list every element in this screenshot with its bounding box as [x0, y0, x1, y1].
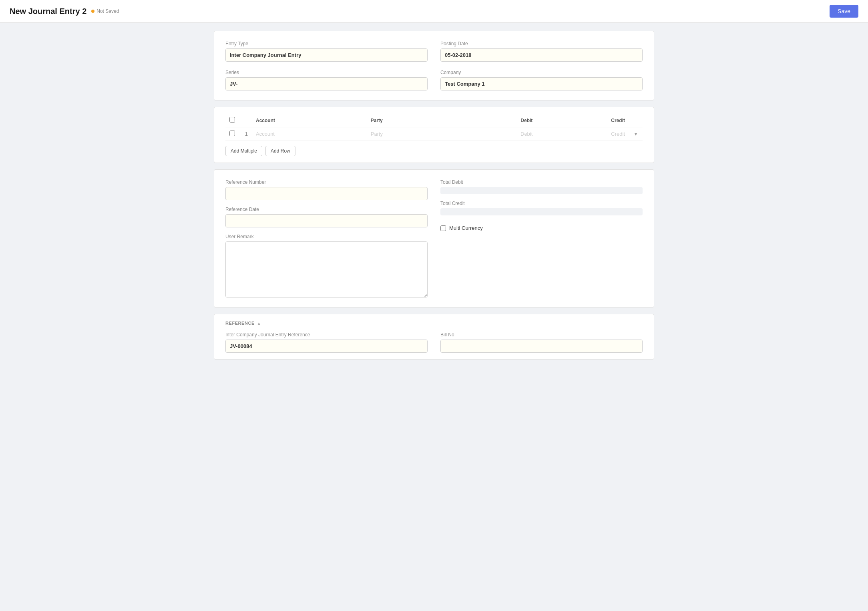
- main-content: Entry Type Posting Date Series Company: [214, 23, 654, 374]
- table-actions: Add Multiple Add Row: [225, 146, 643, 156]
- series-label: Series: [225, 70, 428, 75]
- form-grid-lower: Reference Number Reference Date User Rem…: [225, 179, 643, 297]
- reference-date-label: Reference Date: [225, 207, 428, 212]
- table-section: Account Party Debit Credit 1 Account Par…: [214, 107, 654, 163]
- form-section-lower: Reference Number Reference Date User Rem…: [214, 169, 654, 308]
- status-dot: [91, 10, 94, 13]
- row-party-cell[interactable]: Party: [367, 127, 452, 141]
- row-checkbox-cell: [225, 127, 239, 141]
- row-num-col: [239, 114, 252, 127]
- table-row: 1 Account Party Debit Credit ▾: [225, 127, 643, 141]
- total-debit-value: [440, 187, 643, 194]
- form-grid-top: Entry Type Posting Date Series Company: [225, 41, 643, 90]
- series-input[interactable]: [225, 77, 428, 90]
- user-remark-label: User Remark: [225, 234, 428, 239]
- reference-heading-chevron: ▲: [257, 321, 261, 326]
- reference-date-input[interactable]: [225, 214, 428, 227]
- reference-number-input[interactable]: [225, 187, 428, 200]
- row-expand-button[interactable]: ▾: [633, 131, 639, 137]
- bill-no-label: Bill No: [440, 332, 643, 338]
- row-number: 1: [239, 127, 252, 141]
- bill-no-field: Bill No: [440, 332, 643, 353]
- reference-number-field: Reference Number: [225, 179, 428, 200]
- inter-company-ref-field: Inter Company Journal Entry Reference: [225, 332, 428, 353]
- reference-date-field: Reference Date: [225, 207, 428, 227]
- accounts-table: Account Party Debit Credit 1 Account Par…: [225, 114, 643, 141]
- debit-col-header: Debit: [452, 114, 536, 127]
- status-badge: Not Saved: [91, 8, 119, 14]
- reference-section: REFERENCE ▲ Inter Company Journal Entry …: [214, 314, 654, 360]
- entry-type-field: Entry Type: [225, 41, 428, 62]
- table-header: Account Party Debit Credit: [225, 114, 643, 127]
- inter-company-ref-input[interactable]: [225, 340, 428, 353]
- user-remark-field: User Remark: [225, 234, 428, 297]
- total-credit-label: Total Credit: [440, 201, 643, 206]
- total-debit-field: Total Debit: [440, 179, 643, 194]
- page-header: New Journal Entry 2 Not Saved Save: [0, 0, 868, 23]
- lower-left-col: Reference Number Reference Date User Rem…: [225, 179, 428, 297]
- multi-currency-row: Multi Currency: [440, 225, 643, 231]
- add-row-button[interactable]: Add Row: [265, 146, 295, 156]
- reference-heading-text: REFERENCE: [225, 321, 255, 326]
- status-text: Not Saved: [96, 8, 119, 14]
- posting-date-input[interactable]: [440, 48, 643, 62]
- entry-type-label: Entry Type: [225, 41, 428, 46]
- inter-company-ref-label: Inter Company Journal Entry Reference: [225, 332, 428, 338]
- credit-col-header: Credit: [536, 114, 629, 127]
- page-title: New Journal Entry 2: [10, 7, 86, 16]
- bill-no-input[interactable]: [440, 340, 643, 353]
- company-label: Company: [440, 70, 643, 75]
- row-credit-cell[interactable]: Credit: [536, 127, 629, 141]
- posting-date-field: Posting Date: [440, 41, 643, 62]
- user-remark-textarea[interactable]: [225, 241, 428, 297]
- reference-form-grid: Inter Company Journal Entry Reference Bi…: [225, 332, 643, 353]
- lower-right-col: Total Debit Total Credit Multi Currency: [440, 179, 643, 297]
- total-credit-field: Total Credit: [440, 201, 643, 215]
- account-col-header: Account: [252, 114, 367, 127]
- row-debit-cell[interactable]: Debit: [452, 127, 536, 141]
- reference-section-heading: REFERENCE ▲: [225, 321, 643, 326]
- select-all-checkbox[interactable]: [229, 117, 235, 123]
- row-account-cell[interactable]: Account: [252, 127, 367, 141]
- table-body: 1 Account Party Debit Credit ▾: [225, 127, 643, 141]
- row-checkbox[interactable]: [229, 131, 235, 136]
- reference-number-label: Reference Number: [225, 179, 428, 185]
- add-multiple-button[interactable]: Add Multiple: [225, 146, 262, 156]
- select-all-col: [225, 114, 239, 127]
- total-credit-value: [440, 208, 643, 215]
- form-section-top: Entry Type Posting Date Series Company: [214, 31, 654, 100]
- party-col-header: Party: [367, 114, 452, 127]
- multi-currency-label: Multi Currency: [449, 225, 483, 231]
- save-button[interactable]: Save: [830, 5, 858, 18]
- header-left: New Journal Entry 2 Not Saved: [10, 7, 119, 16]
- multi-currency-checkbox[interactable]: [440, 225, 446, 231]
- row-expand-cell: ▾: [629, 127, 643, 141]
- entry-type-input[interactable]: [225, 48, 428, 62]
- series-field: Series: [225, 70, 428, 90]
- company-input[interactable]: [440, 77, 643, 90]
- posting-date-label: Posting Date: [440, 41, 643, 46]
- total-debit-label: Total Debit: [440, 179, 643, 185]
- company-field: Company: [440, 70, 643, 90]
- expand-col: [629, 114, 643, 127]
